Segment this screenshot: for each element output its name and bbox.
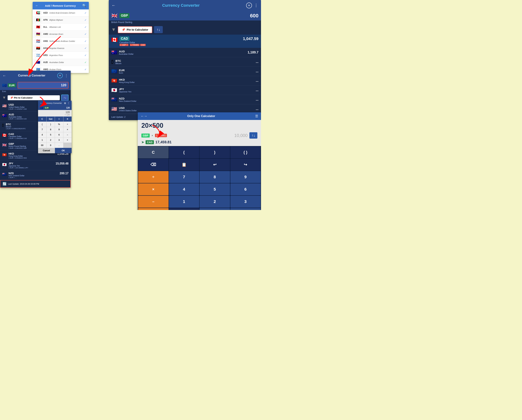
lc-button-8[interactable]: 8 [200,171,230,183]
mini-calc-menu[interactable]: ⋮ [67,102,70,105]
add-currency-button[interactable]: + [57,73,63,78]
mini-btn-lp[interactable]: ( [38,122,46,127]
lc-button-[interactable]: ) [200,146,230,158]
currency-row[interactable]: 🇯🇵 JPY Japanese Yen 1 EUR = 125.4956811 … [0,160,71,170]
right-swap-button[interactable]: ↑↓ [154,26,163,33]
mini-btn-empty [63,143,72,148]
r-info: EUR Euro [119,69,254,74]
mini-calc-add[interactable]: ⊕ [64,102,66,105]
right-currency-row[interactable]: 🇯🇵 JPY Japanese Yen ... [109,85,261,95]
lc-button-C[interactable]: C [138,146,169,158]
right-currency-row[interactable]: 🇦🇺 AUD Australian Dollar 1,189.7 [109,48,261,57]
swap-button[interactable]: ↑↓ [61,95,69,101]
mini-btn-div[interactable]: ÷ [63,122,72,127]
mini-btn-5[interactable]: 5 [46,132,55,137]
add-remove-item[interactable]: 🇦🇪 AED United Arab Emirates Dirham ✓ [33,9,89,16]
lc-button-[interactable]: . [230,208,261,210]
mini-btn-mul[interactable]: × [63,127,72,132]
right-pin-icon: 📌 [122,28,125,31]
lc-button-[interactable]: ÷ [138,171,169,183]
mini-btn-9[interactable]: 9 [55,127,63,132]
lc-swap-btn[interactable]: ↑↓ [249,132,257,139]
mini-btn-del[interactable]: ✕ [63,116,72,122]
lc-button-[interactable]: ( ) [230,146,261,158]
add-remove-item[interactable]: 🇦🇺 AUD Australian Dollar ✓ [33,59,89,66]
mini-btn-4[interactable]: 4 [38,132,46,137]
search-icon[interactable]: 🔍 [82,4,86,8]
lc-button-5[interactable]: 5 [200,183,230,195]
cad-name: Canadian Dollar [119,41,241,44]
lc-menu-icon[interactable]: ☰ [255,114,258,118]
right-menu-icon[interactable]: ⋮ [254,3,258,8]
r-code: HKD [119,78,254,81]
lc-button-[interactable]: ↪ [230,159,261,171]
lc-button-4[interactable]: 4 [169,183,199,195]
back-icon-main[interactable]: ← [2,74,6,78]
lc-button-0[interactable]: 0 [200,208,230,210]
add-remove-item[interactable]: 🇦🇱 ALL Albanian Lek ✓ [33,23,89,31]
base-value-field[interactable]: 120 [18,82,69,89]
add-remove-item[interactable]: 🇦🇫 AFN Afghan Afghani ✓ [33,16,89,23]
mini-btn-c[interactable]: C [38,116,46,122]
add-remove-item[interactable]: 🇦🇷 ARS Argentine Peso ✓ [33,52,89,59]
right-currency-row[interactable]: 🇪🇺 EUR Euro ... [109,67,261,76]
currency-name: New Zealand Dollar [8,175,60,177]
mini-btn-pct[interactable]: % [55,122,63,127]
lc-button-[interactable]: – [138,196,169,208]
lc-button-[interactable]: % [169,208,199,210]
add-remove-item[interactable]: 🇳🇱 ANG Netherlands Antillean Guilder ✓ [33,38,89,45]
right-currency-row[interactable]: ₿ BTC Bitcoin ... [109,57,261,67]
base-flag-code: 🇪🇺 EUR [2,83,16,88]
lc-button-[interactable]: 📋 [169,159,199,171]
lc-button-[interactable]: ( [169,146,199,158]
lc-button-9[interactable]: 9 [230,171,261,183]
mini-ok-btn[interactable]: OK [55,148,72,153]
right-back-icon[interactable]: ← [112,3,116,8]
mini-btn-eq[interactable]: = [55,116,63,122]
mini-btn-sub[interactable]: – [63,132,72,137]
mini-btn-3[interactable]: 3 [55,137,63,143]
mini-calc-back[interactable]: ← [40,102,42,105]
menu-icon[interactable]: ⋮ [65,73,68,78]
back-icon[interactable]: ← [35,4,38,8]
mini-btn-0[interactable]: 0 [46,143,55,148]
currency-name: Argentine Peso [49,54,84,56]
currency-row[interactable]: 🇳🇿 NZD New Zealand Dollar 1 EUR = ... 20… [0,170,71,180]
mini-btn-1[interactable]: 1 [38,137,46,143]
r-info: AUD Australian Dollar [119,50,246,55]
lc-button-[interactable]: + [138,208,169,210]
lc-button-[interactable]: ↩ [200,159,230,171]
right-add-icon[interactable]: + [246,2,252,8]
pin-to-calc-button[interactable]: 📌 Pin to Calculator [8,95,60,100]
lc-button-2[interactable]: 2 [200,196,230,208]
currency-rate: 1 EUR = ... [8,177,60,178]
mini-btn-add[interactable]: + [63,137,72,143]
lc-button-1[interactable]: 1 [169,196,199,208]
add-remove-item[interactable]: 🇦🇴 AOA Angolan Kwanza ✓ [33,45,89,52]
mini-btn-7[interactable]: 7 [38,127,46,132]
lc-button-[interactable]: ⌫ [138,159,169,171]
refresh-icon[interactable]: 🔄 [2,182,7,186]
lc-multiply-sign: × [152,134,153,137]
mini-btn-8[interactable]: 8 [46,127,55,132]
currency-name: Hong Kong Dollar [8,155,57,157]
lc-button-[interactable]: × [138,183,169,195]
right-currency-row[interactable]: 🇳🇿 NZD New Zealand Dollar ... [109,95,261,104]
mini-btn-6[interactable]: 6 [55,132,63,137]
mini-cancel-btn[interactable]: Cancel [38,148,55,153]
add-remove-item[interactable]: 🇦🇲 AMD Armenian Dram ✓ [33,31,89,38]
large-calculator: ←→ Only One Calculator ☰ 20×500 GBP × 1.… [138,112,261,210]
mini-btn-00[interactable]: 00 [38,143,46,148]
mini-btn-get[interactable]: Get [46,116,55,122]
mini-btn-rp[interactable]: ) [46,122,55,127]
mini-btn-dot[interactable]: . [55,143,63,148]
lc-button-3[interactable]: 3 [230,196,261,208]
mini-btn-2[interactable]: 2 [46,137,55,143]
lc-button-7[interactable]: 7 [169,171,199,183]
right-pin-button[interactable]: 📌 Pin to Calculator [118,26,152,33]
right-currency-row[interactable]: 🇭🇰 HKD Hong Kong Dollar ... [109,76,261,85]
r-flag: 🇯🇵 [111,87,117,93]
currency-value: 15,059.48 [56,162,69,165]
lc-button-6[interactable]: 6 [230,183,261,195]
lc-back-icon[interactable]: ←→ [141,114,147,118]
